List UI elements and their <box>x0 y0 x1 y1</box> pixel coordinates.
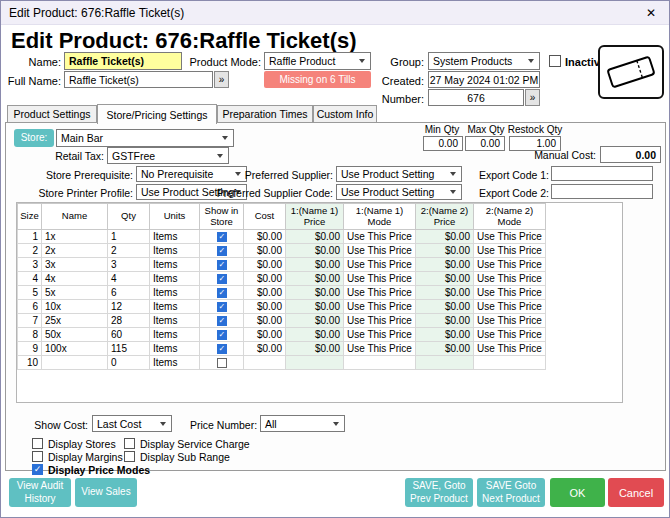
cell-units[interactable]: Items <box>150 300 200 314</box>
cell-show-in-store[interactable] <box>200 272 244 286</box>
cell-show-in-store[interactable] <box>200 300 244 314</box>
cell-name[interactable]: 100x <box>42 342 108 356</box>
show-in-store-checkbox[interactable] <box>217 232 227 242</box>
cell-cost[interactable]: $0.00 <box>244 230 286 244</box>
cell-mode2[interactable]: Use This Price <box>474 342 546 356</box>
export-code2-input[interactable] <box>551 184 653 199</box>
cell-qty[interactable]: 2 <box>108 244 150 258</box>
cell-cost[interactable] <box>244 356 286 370</box>
cell-name[interactable]: 50x <box>42 328 108 342</box>
tab-preparation-times[interactable]: Preparation Times <box>217 105 313 123</box>
cell-size[interactable]: 8 <box>18 328 42 342</box>
display-sub-range-checkbox[interactable] <box>124 451 135 462</box>
cell-qty[interactable]: 4 <box>108 272 150 286</box>
cell-price2[interactable]: $0.00 <box>416 244 474 258</box>
cell-price2[interactable]: $0.00 <box>416 272 474 286</box>
save-goto-prev-product-button[interactable]: SAVE, Goto Prev Product <box>405 478 473 507</box>
full-name-expand-button[interactable]: » <box>214 71 229 88</box>
tab-custom-info[interactable]: Custom Info <box>313 105 377 123</box>
cell-price1[interactable]: $0.00 <box>286 272 344 286</box>
cell-price1[interactable]: $0.00 <box>286 300 344 314</box>
show-in-store-checkbox[interactable] <box>217 344 227 354</box>
cell-show-in-store[interactable] <box>200 328 244 342</box>
cell-size[interactable]: 1 <box>18 230 42 244</box>
save-goto-next-product-button[interactable]: SAVE Goto Next Product <box>477 478 545 507</box>
cell-mode1[interactable] <box>344 356 416 370</box>
cell-price2[interactable]: $0.00 <box>416 314 474 328</box>
cell-price2[interactable]: $0.00 <box>416 342 474 356</box>
cell-mode1[interactable]: Use This Price <box>344 286 416 300</box>
cell-show-in-store[interactable] <box>200 342 244 356</box>
cell-qty[interactable]: 0 <box>108 356 150 370</box>
cell-name[interactable]: 2x <box>42 244 108 258</box>
cell-price2[interactable]: $0.00 <box>416 300 474 314</box>
cell-size[interactable]: 7 <box>18 314 42 328</box>
cell-mode1[interactable]: Use This Price <box>344 314 416 328</box>
cell-size[interactable]: 3 <box>18 258 42 272</box>
cell-mode2[interactable] <box>474 356 546 370</box>
cell-price1[interactable] <box>286 356 344 370</box>
cell-cost[interactable]: $0.00 <box>244 258 286 272</box>
cell-mode2[interactable]: Use This Price <box>474 244 546 258</box>
cell-cost[interactable]: $0.00 <box>244 342 286 356</box>
cell-units[interactable]: Items <box>150 342 200 356</box>
ok-button[interactable]: OK <box>550 478 605 507</box>
cancel-button[interactable]: Cancel <box>608 478 664 507</box>
cell-name[interactable]: 25x <box>42 314 108 328</box>
cell-price2[interactable]: $0.00 <box>416 258 474 272</box>
cell-mode1[interactable]: Use This Price <box>344 244 416 258</box>
cell-units[interactable]: Items <box>150 286 200 300</box>
cell-show-in-store[interactable] <box>200 258 244 272</box>
show-in-store-checkbox[interactable] <box>217 274 227 284</box>
show-in-store-checkbox[interactable] <box>217 288 227 298</box>
show-in-store-checkbox[interactable] <box>217 330 227 340</box>
show-in-store-checkbox[interactable] <box>217 358 227 368</box>
cell-units[interactable]: Items <box>150 258 200 272</box>
cell-price2[interactable]: $0.00 <box>416 230 474 244</box>
view-audit-history-button[interactable]: View Audit History <box>9 478 71 507</box>
cell-price2[interactable]: $0.00 <box>416 328 474 342</box>
cell-size[interactable]: 4 <box>18 272 42 286</box>
cell-size[interactable]: 10 <box>18 356 42 370</box>
cell-price1[interactable]: $0.00 <box>286 258 344 272</box>
missing-on-tills-button[interactable]: Missing on 6 Tills <box>264 71 371 88</box>
number-input[interactable]: 676 <box>428 89 524 106</box>
cell-qty[interactable]: 1 <box>108 230 150 244</box>
inactive-checkbox[interactable] <box>549 55 561 67</box>
cell-mode1[interactable]: Use This Price <box>344 230 416 244</box>
cell-name[interactable]: 10x <box>42 300 108 314</box>
manual-cost-input[interactable]: 0.00 <box>600 146 661 163</box>
cell-qty[interactable]: 60 <box>108 328 150 342</box>
cell-show-in-store[interactable] <box>200 356 244 370</box>
store-select[interactable]: Main Bar <box>56 129 234 147</box>
cell-mode1[interactable]: Use This Price <box>344 300 416 314</box>
preferred-supplier-code-select[interactable]: Use Product Setting <box>336 184 462 200</box>
cell-mode2[interactable]: Use This Price <box>474 286 546 300</box>
cell-price2[interactable] <box>416 356 474 370</box>
cell-size[interactable]: 5 <box>18 286 42 300</box>
cell-units[interactable]: Items <box>150 356 200 370</box>
cell-name[interactable]: 3x <box>42 258 108 272</box>
show-in-store-checkbox[interactable] <box>217 246 227 256</box>
display-price-modes-checkbox[interactable] <box>32 464 43 475</box>
cell-qty[interactable]: 3 <box>108 258 150 272</box>
cell-cost[interactable]: $0.00 <box>244 286 286 300</box>
cell-qty[interactable]: 115 <box>108 342 150 356</box>
store-button[interactable]: Store: <box>14 129 54 147</box>
cell-mode2[interactable]: Use This Price <box>474 230 546 244</box>
cell-qty[interactable]: 28 <box>108 314 150 328</box>
number-expand-button[interactable]: » <box>525 89 540 106</box>
cell-price1[interactable]: $0.00 <box>286 314 344 328</box>
cell-price1[interactable]: $0.00 <box>286 328 344 342</box>
product-mode-select[interactable]: Raffle Product <box>264 52 371 70</box>
cell-size[interactable]: 9 <box>18 342 42 356</box>
cell-show-in-store[interactable] <box>200 244 244 258</box>
product-image-box[interactable] <box>598 45 664 99</box>
cell-name[interactable]: 5x <box>42 286 108 300</box>
cell-mode1[interactable]: Use This Price <box>344 272 416 286</box>
cell-qty[interactable]: 6 <box>108 286 150 300</box>
cell-price2[interactable]: $0.00 <box>416 286 474 300</box>
display-service-charge-checkbox[interactable] <box>124 438 135 449</box>
cell-price1[interactable]: $0.00 <box>286 244 344 258</box>
tab-product-settings[interactable]: Product Settings <box>7 105 97 123</box>
